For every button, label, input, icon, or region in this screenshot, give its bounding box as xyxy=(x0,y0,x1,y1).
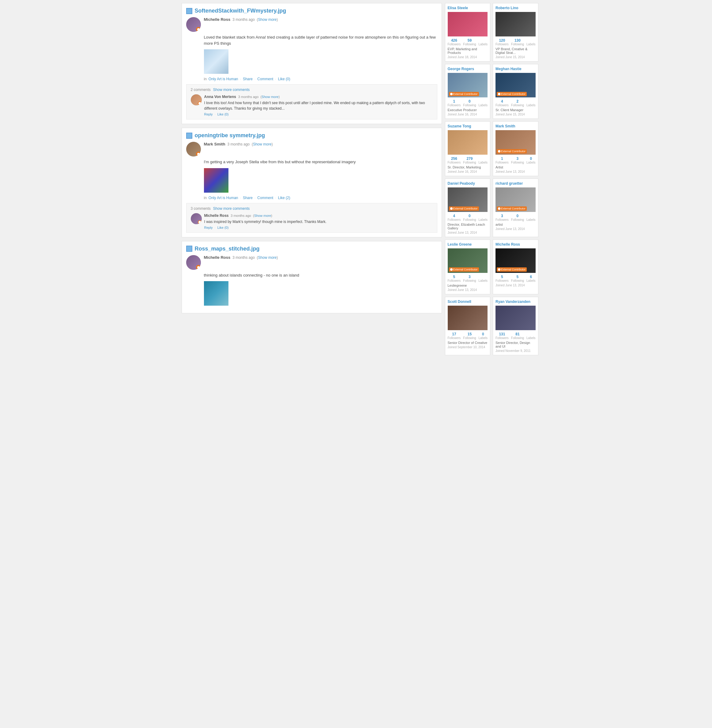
person-card-7: richard gruetter External Contributor 3 … xyxy=(493,179,538,237)
person-stats-1: 120 Followers 130 Following Labels xyxy=(495,38,535,46)
post-header-3: Michelle Ross 3 months ago (Show more) xyxy=(186,255,437,270)
person-joined-9: Joined June 13, 2014 xyxy=(495,283,535,287)
comment-badge-anna xyxy=(198,101,202,105)
post-title-2[interactable]: openingtribe symmetry.jpg xyxy=(186,132,437,139)
comment-show-more-2-1[interactable]: Show more xyxy=(254,214,271,218)
person-name-4[interactable]: Suzame Tong xyxy=(448,124,488,128)
post-title-text-3: Ross_maps_stitched.jpg xyxy=(195,246,260,252)
person-joined-6: Joined June 13, 2014 xyxy=(448,231,488,234)
comment-link-1[interactable]: Comment xyxy=(257,77,273,81)
comment-like-1-1[interactable]: Like (0) xyxy=(217,113,229,116)
stat-following-0: 59 Following xyxy=(463,38,476,46)
person-stats-0: 426 Followers 59 Following Labels xyxy=(448,38,488,46)
show-more-comments-2[interactable]: Show more comments xyxy=(213,206,249,211)
comment-like-2-1[interactable]: Like (0) xyxy=(217,226,229,230)
person-card-1: Roberto Lino 120 Followers 130 Following xyxy=(493,3,538,62)
share-link-1[interactable]: Share xyxy=(243,77,253,81)
post-header-1: Michelle Ross 3 months ago (Show more) xyxy=(186,17,437,32)
share-link-2[interactable]: Share xyxy=(243,196,253,200)
post-card-3: Ross_maps_stitched.jpg Michelle Ross 3 m… xyxy=(182,241,442,314)
like-link-2[interactable]: Like (2) xyxy=(278,196,290,200)
ext-badge-6: External Contributor xyxy=(449,206,479,211)
post-title-3[interactable]: Ross_maps_stitched.jpg xyxy=(186,246,437,252)
person-photo-6: External Contributor xyxy=(448,187,488,212)
stat-labels-0: Labels xyxy=(479,38,488,46)
person-photo-1 xyxy=(495,12,535,36)
person-stats-6: 4 Followers 0 Following Labels xyxy=(448,214,488,221)
person-name-6[interactable]: Daniel Peabody xyxy=(448,181,488,185)
person-name-10[interactable]: Scott Donnell xyxy=(448,300,488,304)
comment-count-2: 3 comments xyxy=(191,206,211,211)
person-stats-8: 5 Followers 3 Following Labels xyxy=(448,275,488,282)
show-more-link-3[interactable]: Show more xyxy=(258,255,277,260)
in-label-2: in xyxy=(204,196,207,200)
post-group-link-2[interactable]: Only Art is Human xyxy=(209,196,238,200)
person-photo-5: External Contributor xyxy=(495,130,535,155)
ext-badge-3: External Contributor xyxy=(497,92,527,96)
post-meta-2: Mark Smith 3 months ago (Show more) xyxy=(204,142,437,147)
post-title-text-2: openingtribe symmetry.jpg xyxy=(195,132,265,139)
comment-time-1-1: 3 months ago (Show more) xyxy=(237,95,280,99)
ext-badge-5: External Contributor xyxy=(497,149,527,153)
person-name-8[interactable]: Leslie Greene xyxy=(448,242,488,246)
person-stats-7: 3 Followers 0 Following Labels xyxy=(495,214,535,221)
person-joined-7: Joined June 13, 2014 xyxy=(495,227,535,231)
ext-badge-7: External Contributor xyxy=(497,206,527,211)
show-more-link-1[interactable]: Show more xyxy=(258,18,277,22)
person-name-5[interactable]: Mark Smith xyxy=(495,124,535,128)
person-joined-10: Joined September 10, 2014 xyxy=(448,345,488,349)
person-role-6: Director, Elizabeth Leach Gallery xyxy=(448,222,488,230)
post-title-text-1: SoftenedStackwith_FWmystery.jpg xyxy=(195,7,286,14)
page-container: SoftenedStackwith_FWmystery.jpg Michelle… xyxy=(178,0,534,358)
person-stats-4: 256 Followers 279 Following Labels xyxy=(448,157,488,164)
person-name-9[interactable]: Michelle Ross xyxy=(495,242,535,246)
comments-header-2: 3 comments Show more comments xyxy=(191,206,433,211)
sidebar-person-grid: Elisa Steele 426 Followers 59 Following xyxy=(445,3,531,355)
comment-badge-michelle xyxy=(198,220,202,224)
post-author-3: Michelle Ross xyxy=(204,255,231,260)
avatar-badge-2 xyxy=(196,151,201,157)
person-photo-9: External Contributor xyxy=(495,248,535,273)
person-name-0[interactable]: Elisa Steele xyxy=(448,6,488,10)
avatar-badge-1 xyxy=(196,27,201,32)
comment-1-1: Anna Von Mertens 3 months ago (Show more… xyxy=(191,94,433,116)
person-photo-0 xyxy=(448,12,488,36)
person-role-1: VP Brand, Creative & Digital Strat... xyxy=(495,47,535,55)
comment-show-more-1-1[interactable]: Show more xyxy=(261,95,279,99)
post-group-link-1[interactable]: Only Art is Human xyxy=(209,77,238,81)
show-more-link-2[interactable]: Show more xyxy=(253,142,271,147)
person-joined-5: Joined June 13, 2014 xyxy=(495,170,535,173)
person-card-3: Meghan Hastie External Contributor 4 Fol… xyxy=(493,64,538,119)
reply-link-1-1[interactable]: Reply xyxy=(204,113,213,116)
person-photo-2: External Contributor xyxy=(448,73,488,97)
show-more-comments-1[interactable]: Show more comments xyxy=(213,87,249,92)
post-image-2 xyxy=(204,168,228,193)
person-name-1[interactable]: Roberto Lino xyxy=(495,6,535,10)
like-link-1[interactable]: Like (0) xyxy=(278,77,290,81)
comment-body-2-1: Michelle Ross 3 months ago (Show more) I… xyxy=(204,213,433,230)
person-joined-2: Joined June 16, 2014 xyxy=(448,113,488,116)
person-role-11: Senior Director, Design and UI xyxy=(495,341,535,348)
person-joined-0: Joined June 18, 2014 xyxy=(448,55,488,59)
person-name-2[interactable]: George Rogers xyxy=(448,67,488,71)
comment-time-2-1: 3 months ago (Show more) xyxy=(230,214,272,218)
sidebar: Elisa Steele 426 Followers 59 Following xyxy=(445,3,531,355)
comment-avatar-michelle xyxy=(191,213,202,224)
post-text-1: Loved the blanket stack from Anna! tried… xyxy=(186,34,437,46)
person-role-10: Senior Director of Creative xyxy=(448,341,488,344)
person-name-3[interactable]: Meghan Hastie xyxy=(495,67,535,71)
post-time-1: 3 months ago (Show more) xyxy=(231,18,278,22)
comment-body-1-1: Anna Von Mertens 3 months ago (Show more… xyxy=(204,94,433,116)
reply-link-2-1[interactable]: Reply xyxy=(204,226,213,230)
person-name-7[interactable]: richard gruetter xyxy=(495,181,535,185)
post-file-icon-2 xyxy=(186,133,192,139)
comment-link-2[interactable]: Comment xyxy=(257,196,273,200)
comment-count-1: 2 comments xyxy=(191,87,211,92)
person-name-11[interactable]: Ryan Vanderzanden xyxy=(495,300,535,304)
person-role-4: Sr. Director, Marketing xyxy=(448,165,488,169)
person-card-10: Scott Donnell 17 Followers 15 Following … xyxy=(445,297,491,355)
post-meta-1: Michelle Ross 3 months ago (Show more) xyxy=(204,17,437,22)
ext-badge-8: External Contributor xyxy=(449,267,479,272)
post-text-3: thinking about islands connecting - no o… xyxy=(186,272,437,279)
post-title-1[interactable]: SoftenedStackwith_FWmystery.jpg xyxy=(186,7,437,14)
